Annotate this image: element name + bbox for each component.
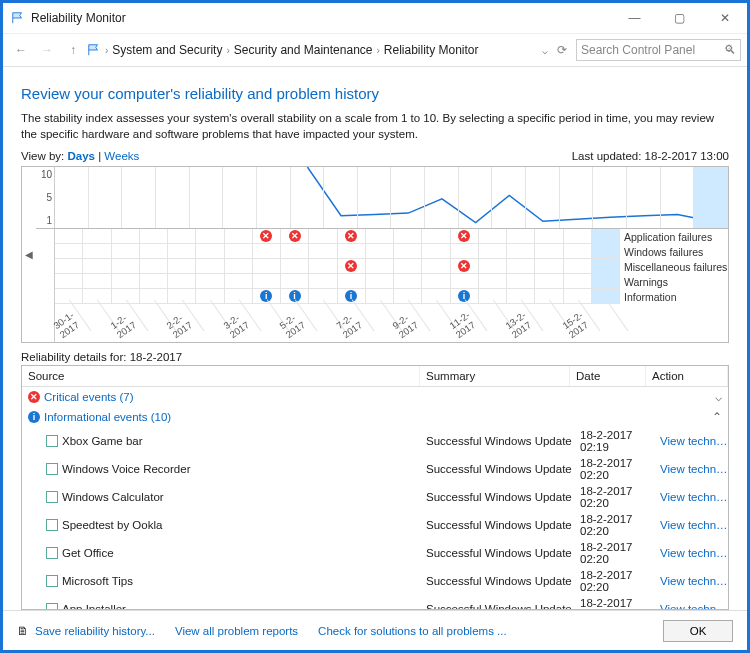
event-cell[interactable] bbox=[112, 274, 140, 288]
event-cell[interactable] bbox=[83, 244, 111, 258]
event-cell[interactable] bbox=[507, 274, 535, 288]
event-cell[interactable] bbox=[168, 229, 196, 243]
event-cell[interactable] bbox=[140, 229, 168, 243]
minimize-button[interactable]: — bbox=[612, 3, 657, 33]
event-cell[interactable] bbox=[225, 244, 253, 258]
chart-day-column[interactable] bbox=[425, 167, 459, 228]
chart-day-column[interactable] bbox=[459, 167, 493, 228]
view-all-link[interactable]: View all problem reports bbox=[175, 625, 298, 637]
table-row[interactable]: Microsoft TipsSuccessful Windows Update1… bbox=[22, 567, 728, 595]
row-action-link[interactable]: View technical d.. bbox=[660, 491, 728, 503]
breadcrumb[interactable]: › System and Security › Security and Mai… bbox=[87, 43, 548, 57]
event-cell[interactable] bbox=[281, 259, 309, 273]
event-cell[interactable] bbox=[309, 259, 337, 273]
chart-day-column[interactable] bbox=[291, 167, 325, 228]
event-cell[interactable] bbox=[592, 274, 620, 288]
back-button[interactable]: ← bbox=[9, 38, 33, 62]
row-action-link[interactable]: View technical d.. bbox=[660, 519, 728, 531]
event-cell[interactable] bbox=[196, 244, 224, 258]
chart-day-column[interactable] bbox=[593, 167, 627, 228]
chart-day-column[interactable] bbox=[324, 167, 358, 228]
event-cell[interactable] bbox=[366, 274, 394, 288]
event-cell[interactable] bbox=[196, 229, 224, 243]
group-informational[interactable]: i Informational events (10) ⌃ bbox=[22, 407, 728, 427]
table-row[interactable]: Speedtest by OoklaSuccessful Windows Upd… bbox=[22, 511, 728, 539]
chart-day-column[interactable] bbox=[55, 167, 89, 228]
event-cell[interactable] bbox=[479, 274, 507, 288]
event-cell[interactable] bbox=[225, 274, 253, 288]
event-cell[interactable] bbox=[422, 259, 450, 273]
maximize-button[interactable]: ▢ bbox=[657, 3, 702, 33]
event-cell[interactable] bbox=[564, 274, 592, 288]
event-cell[interactable]: ✕ bbox=[451, 229, 479, 243]
event-cell[interactable] bbox=[55, 274, 83, 288]
event-cell[interactable] bbox=[507, 229, 535, 243]
event-cell[interactable] bbox=[83, 229, 111, 243]
refresh-button[interactable]: ⟳ bbox=[550, 38, 574, 62]
event-cell[interactable] bbox=[535, 274, 563, 288]
chart-day-column[interactable] bbox=[492, 167, 526, 228]
row-action-link[interactable]: View technical d.. bbox=[660, 463, 728, 475]
reliability-chart[interactable]: ◀ 1051 ✕✕✕✕✕✕iiii Applica bbox=[21, 166, 729, 343]
event-cell[interactable] bbox=[225, 229, 253, 243]
chart-day-column[interactable] bbox=[560, 167, 594, 228]
event-cell[interactable]: ✕ bbox=[451, 259, 479, 273]
event-cell[interactable] bbox=[281, 274, 309, 288]
event-cell[interactable] bbox=[83, 274, 111, 288]
event-cell[interactable] bbox=[309, 244, 337, 258]
event-cell[interactable] bbox=[309, 274, 337, 288]
event-cell[interactable] bbox=[479, 244, 507, 258]
event-cell[interactable] bbox=[168, 259, 196, 273]
event-grid[interactable]: ✕✕✕✕✕✕iiii bbox=[54, 229, 620, 304]
table-row[interactable]: App InstallerSuccessful Windows Update18… bbox=[22, 595, 728, 610]
crumb-2[interactable]: Security and Maintenance bbox=[234, 43, 373, 57]
chart-day-column[interactable] bbox=[627, 167, 661, 228]
event-cell[interactable] bbox=[422, 244, 450, 258]
event-cell[interactable] bbox=[168, 274, 196, 288]
crumb-3[interactable]: Reliability Monitor bbox=[384, 43, 479, 57]
event-cell[interactable] bbox=[394, 274, 422, 288]
forward-button[interactable]: → bbox=[35, 38, 59, 62]
event-cell[interactable] bbox=[507, 259, 535, 273]
event-cell[interactable] bbox=[564, 259, 592, 273]
table-header[interactable]: Source Summary Date Action bbox=[22, 366, 728, 387]
event-cell[interactable] bbox=[535, 229, 563, 243]
chart-day-column[interactable] bbox=[661, 167, 695, 228]
chart-day-column[interactable] bbox=[257, 167, 291, 228]
table-row[interactable]: Xbox Game barSuccessful Windows Update18… bbox=[22, 427, 728, 455]
event-cell[interactable] bbox=[112, 229, 140, 243]
event-cell[interactable] bbox=[592, 244, 620, 258]
event-cell[interactable] bbox=[196, 274, 224, 288]
event-cell[interactable] bbox=[55, 259, 83, 273]
chart-prev-button[interactable]: ◀ bbox=[22, 167, 36, 342]
view-days-link[interactable]: Days bbox=[67, 150, 95, 162]
event-cell[interactable] bbox=[140, 259, 168, 273]
chart-day-column[interactable] bbox=[122, 167, 156, 228]
view-weeks-link[interactable]: Weeks bbox=[104, 150, 139, 162]
chart-day-column[interactable] bbox=[358, 167, 392, 228]
chart-day-column[interactable] bbox=[156, 167, 190, 228]
event-cell[interactable] bbox=[394, 229, 422, 243]
event-cell[interactable] bbox=[55, 244, 83, 258]
event-cell[interactable] bbox=[366, 259, 394, 273]
event-cell[interactable] bbox=[196, 259, 224, 273]
event-cell[interactable] bbox=[535, 259, 563, 273]
chart-day-column[interactable] bbox=[526, 167, 560, 228]
ok-button[interactable]: OK bbox=[663, 620, 733, 642]
event-cell[interactable]: ✕ bbox=[253, 229, 281, 243]
event-cell[interactable] bbox=[592, 229, 620, 243]
col-source[interactable]: Source bbox=[22, 366, 420, 386]
up-button[interactable]: ↑ bbox=[61, 38, 85, 62]
check-solutions-link[interactable]: Check for solutions to all problems ... bbox=[318, 625, 507, 637]
event-cell[interactable]: ✕ bbox=[281, 229, 309, 243]
row-action-link[interactable]: View technical d.. bbox=[660, 603, 728, 610]
event-cell[interactable] bbox=[564, 229, 592, 243]
event-cell[interactable] bbox=[112, 244, 140, 258]
table-row[interactable]: Windows CalculatorSuccessful Windows Upd… bbox=[22, 483, 728, 511]
event-cell[interactable] bbox=[140, 274, 168, 288]
event-cell[interactable] bbox=[451, 244, 479, 258]
chart-day-column[interactable] bbox=[89, 167, 123, 228]
row-action-link[interactable]: View technical d.. bbox=[660, 435, 728, 447]
crumb-1[interactable]: System and Security bbox=[112, 43, 222, 57]
event-cell[interactable] bbox=[168, 244, 196, 258]
